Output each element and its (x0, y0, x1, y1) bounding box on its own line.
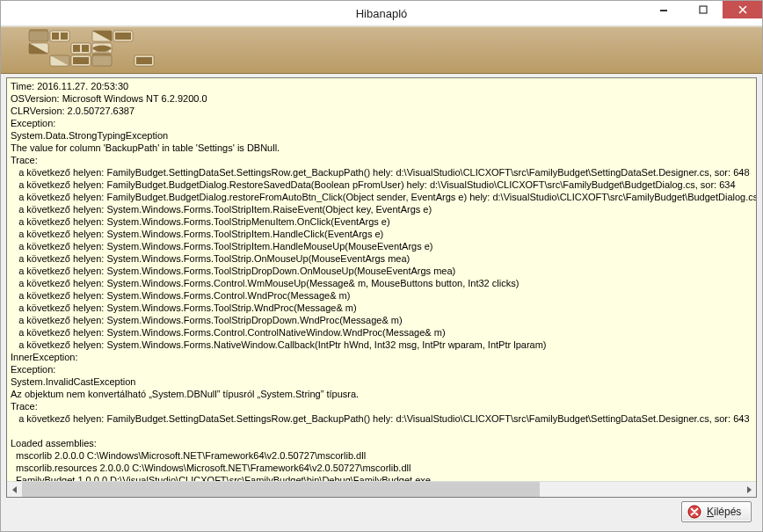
window-buttons (643, 1, 762, 20)
svg-rect-1 (700, 6, 707, 13)
close-button[interactable] (723, 1, 762, 18)
svg-rect-14 (61, 33, 68, 40)
footer-bar: Kilépés (6, 498, 757, 526)
titlebar[interactable]: Hibanapló (1, 1, 762, 26)
svg-rect-18 (73, 57, 89, 64)
log-textbox[interactable]: Time: 2016.11.27. 20:53:30 OSVersion: Mi… (7, 78, 756, 481)
svg-rect-17 (82, 45, 89, 52)
svg-rect-16 (73, 45, 80, 52)
horizontal-scrollbar[interactable] (7, 481, 756, 497)
svg-rect-13 (52, 33, 59, 40)
svg-rect-19 (136, 57, 152, 64)
header-banner (1, 26, 762, 74)
exit-button-label: Kilépés (707, 506, 741, 518)
svg-rect-0 (660, 10, 667, 11)
scroll-thumb[interactable] (22, 482, 540, 497)
scroll-right-button[interactable] (741, 482, 756, 497)
minimize-button[interactable] (643, 1, 683, 18)
exit-button[interactable]: Kilépés (681, 501, 752, 522)
svg-rect-15 (115, 33, 131, 40)
error-log-window: Hibanapló (0, 0, 763, 532)
maximize-button[interactable] (683, 1, 723, 18)
logo-icon (8, 29, 166, 71)
scroll-left-button[interactable] (7, 482, 22, 497)
log-panel: Time: 2016.11.27. 20:53:30 OSVersion: Mi… (6, 77, 757, 498)
exit-icon (687, 505, 701, 519)
client-area: Time: 2016.11.27. 20:53:30 OSVersion: Mi… (1, 74, 762, 531)
scroll-track[interactable] (22, 482, 741, 497)
